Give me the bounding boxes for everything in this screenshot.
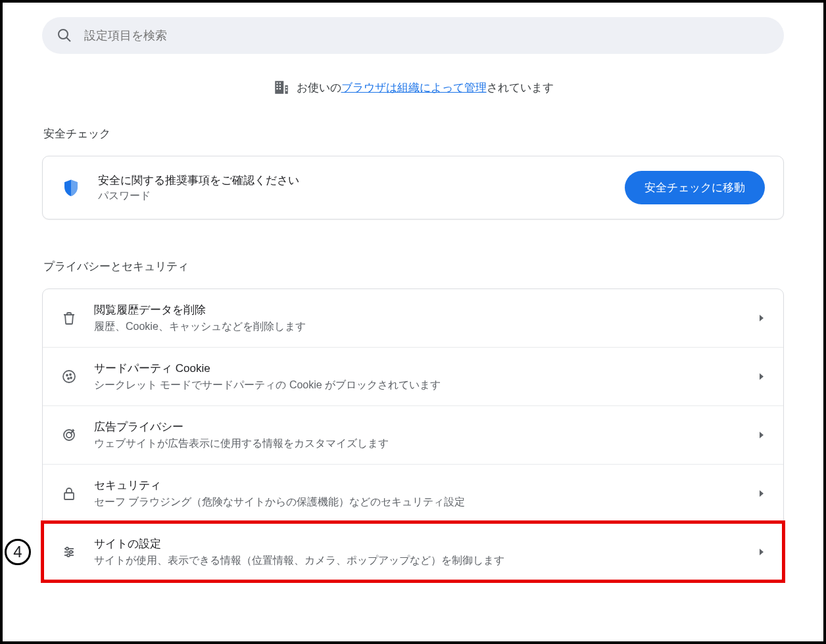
chevron-right-icon: [758, 549, 765, 555]
trash-icon: [61, 310, 77, 326]
step-badge: 4: [5, 539, 31, 565]
managed-by-org-link[interactable]: ブラウザは組織によって管理: [341, 80, 487, 95]
chevron-right-icon: [758, 373, 765, 380]
shield-icon: [61, 178, 81, 198]
item-text: 閲覧履歴データを削除 履歴、Cookie、キャッシュなどを削除します: [94, 302, 752, 334]
search-input[interactable]: [83, 28, 769, 43]
svg-point-3: [66, 375, 68, 376]
managed-by-org-banner: お使いの ブラウザは組織によって管理 されています: [42, 79, 784, 96]
chevron-right-icon: [758, 315, 765, 321]
building-icon: [273, 79, 290, 96]
search-bar[interactable]: [42, 17, 784, 54]
svg-point-13: [70, 551, 72, 553]
item-text: セキュリティ セーフ ブラウジング（危険なサイトからの保護機能）などのセキュリテ…: [94, 478, 752, 509]
go-to-safety-check-button[interactable]: 安全チェックに移動: [625, 171, 765, 204]
svg-line-1: [66, 37, 70, 41]
lock-icon: [61, 486, 77, 501]
item-subtitle: ウェブサイトが広告表示に使用する情報をカスタマイズします: [94, 437, 752, 451]
svg-point-2: [63, 371, 75, 382]
safety-check-card: 安全に関する推奨事項をご確認ください パスワード 安全チェックに移動: [42, 156, 784, 219]
settings-page-frame: お使いの ブラウザは組織によって管理 されています 安全チェック 安全に関する推…: [0, 0, 826, 644]
managed-text-prefix: お使いの: [297, 80, 341, 95]
privacy-item-site-settings[interactable]: 4 サイトの設定 サイトが使用、表示できる情報（位置情報、カメラ、ポップアップな…: [43, 522, 783, 581]
safety-text-block: 安全に関する推奨事項をご確認ください パスワード: [98, 173, 625, 203]
item-title: サイトの設定: [94, 536, 752, 551]
settings-content: お使いの ブラウザは組織によって管理 されています 安全チェック 安全に関する推…: [42, 17, 784, 622]
ad-target-icon: [61, 427, 77, 443]
sliders-icon: [61, 544, 77, 560]
safety-title: 安全に関する推奨事項をご確認ください: [98, 173, 625, 188]
safety-subtitle: パスワード: [98, 189, 625, 203]
privacy-item-security[interactable]: セキュリティ セーフ ブラウジング（危険なサイトからの保護機能）などのセキュリテ…: [43, 464, 783, 522]
item-subtitle: 履歴、Cookie、キャッシュなどを削除します: [94, 320, 752, 334]
svg-point-15: [67, 554, 70, 557]
privacy-item-ad-privacy[interactable]: 広告プライバシー ウェブサイトが広告表示に使用する情報をカスタマイズします: [43, 405, 783, 464]
item-text: 広告プライバシー ウェブサイトが広告表示に使用する情報をカスタマイズします: [94, 419, 752, 451]
item-text: サードパーティ Cookie シークレット モードでサードパーティの Cooki…: [94, 361, 752, 392]
item-text: サイトの設定 サイトが使用、表示できる情報（位置情報、カメラ、ポップアップなど）…: [94, 536, 752, 568]
svg-point-6: [70, 377, 72, 379]
privacy-security-heading: プライバシーとセキュリティ: [42, 259, 784, 274]
item-title: 広告プライバシー: [94, 419, 752, 434]
svg-point-5: [68, 378, 69, 379]
privacy-item-cookies[interactable]: サードパーティ Cookie シークレット モードでサードパーティの Cooki…: [43, 347, 783, 405]
managed-text-suffix: されています: [487, 80, 554, 95]
cookie-icon: [61, 369, 77, 384]
svg-point-11: [66, 547, 68, 550]
item-title: セキュリティ: [94, 478, 752, 493]
item-subtitle: サイトが使用、表示できる情報（位置情報、カメラ、ポップアップなど）を制御します: [94, 554, 752, 568]
safety-check-heading: 安全チェック: [42, 126, 784, 141]
chevron-right-icon: [758, 432, 765, 438]
privacy-security-card: 閲覧履歴データを削除 履歴、Cookie、キャッシュなどを削除します: [42, 288, 784, 582]
item-title: サードパーティ Cookie: [94, 361, 752, 376]
item-title: 閲覧履歴データを削除: [94, 302, 752, 317]
item-subtitle: シークレット モードでサードパーティの Cookie がブロックされています: [94, 379, 752, 392]
item-subtitle: セーフ ブラウジング（危険なサイトからの保護機能）などのセキュリティ設定: [94, 495, 752, 509]
privacy-item-clear-data[interactable]: 閲覧履歴データを削除 履歴、Cookie、キャッシュなどを削除します: [43, 289, 783, 347]
svg-point-4: [70, 374, 71, 375]
chevron-right-icon: [758, 490, 765, 497]
svg-rect-9: [64, 493, 74, 499]
search-icon: [57, 28, 72, 43]
svg-point-0: [59, 30, 68, 39]
